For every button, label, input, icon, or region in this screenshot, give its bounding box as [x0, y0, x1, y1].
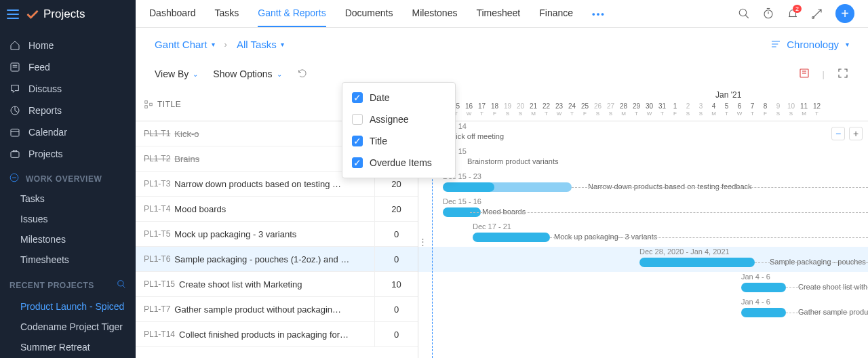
chronology-toggle[interactable]: Chronology ▾	[770, 39, 849, 50]
gantt-row	[418, 322, 868, 347]
sidebar-item-calendar[interactable]: Calendar	[0, 121, 136, 143]
undo-icon[interactable]	[297, 68, 308, 81]
settings-icon[interactable]	[811, 7, 823, 20]
dropdown-option[interactable]: ✓Title	[342, 130, 455, 152]
svg-point-11	[739, 9, 747, 16]
checkbox[interactable]	[352, 114, 363, 125]
tab-dashboard[interactable]: Dashboard	[149, 0, 196, 27]
tab-documents[interactable]: Documents	[345, 0, 393, 27]
bar-date-label: Jan 4 - 6	[741, 273, 770, 281]
gantt-bar[interactable]	[473, 233, 550, 242]
bar-date-label: Dec 15 - 16	[443, 197, 481, 205]
tab-tasks[interactable]: Tasks	[215, 0, 239, 27]
day-column: 17T	[475, 102, 488, 117]
search-icon[interactable]	[738, 7, 750, 20]
add-button[interactable]: +	[835, 4, 854, 23]
task-pct: 0	[374, 247, 418, 271]
table-row[interactable]: PL1-T14Collect finished products in pack…	[136, 322, 418, 347]
tab-gantt[interactable]: Gantt & Reports	[258, 0, 326, 27]
zoom-in-button[interactable]: +	[849, 127, 863, 140]
tab-finance[interactable]: Finance	[539, 0, 573, 27]
sidebar-item-projects[interactable]: Projects	[0, 143, 136, 165]
sidebar-item-feed[interactable]: Feed	[0, 56, 136, 78]
app-logo[interactable]: Projects	[26, 7, 85, 21]
gantt-bar[interactable]	[639, 258, 755, 267]
day-column: 3S	[694, 102, 707, 117]
table-row[interactable]: PL1-T4Mood boards20	[136, 197, 418, 222]
title-column-header[interactable]: TITLE	[136, 100, 374, 109]
fullscreen-icon[interactable]	[837, 67, 849, 81]
logo-icon	[26, 7, 39, 21]
gantt-row: Dec 17 - 21Mock up packaging - 3 variant…	[418, 222, 868, 247]
sub-item-timesheets[interactable]: Timesheets	[0, 250, 136, 270]
hamburger-icon[interactable]	[7, 9, 19, 19]
dependency-line	[786, 313, 868, 313]
day-column: 23W	[553, 102, 566, 117]
day-column: 21M	[527, 102, 540, 117]
svg-rect-24	[145, 100, 148, 103]
gantt-row: Jan 4 - 6Create shoot list with M	[418, 272, 868, 297]
recent-project-0[interactable]: Product Launch - Spiced	[0, 296, 136, 317]
dropdown-option[interactable]: Assignee	[342, 108, 455, 130]
gantt-bar[interactable]	[443, 182, 494, 192]
day-column: 12T	[810, 102, 823, 117]
gantt-bar[interactable]	[741, 283, 786, 292]
crumb-tasks[interactable]: All Tasks▾	[237, 39, 284, 50]
gantt-row: Dec 15 - 16Mood boards	[418, 197, 868, 222]
timer-icon[interactable]	[762, 7, 774, 20]
recent-project-2[interactable]: Summer Retreat	[0, 337, 136, 357]
sidebar-item-reports[interactable]: Reports	[0, 100, 136, 121]
sub-item-issues[interactable]: Issues	[0, 209, 136, 229]
work-overview-header[interactable]: WORK OVERVIEW	[0, 165, 136, 188]
day-column: 11M	[797, 102, 810, 117]
gantt-body[interactable]: Dec 14 - 14✓Kick off meetingDec 14 - 15✓…	[418, 121, 868, 358]
checkbox[interactable]: ✓	[352, 92, 363, 103]
gantt-bar[interactable]	[741, 308, 786, 317]
day-column: 7T	[746, 102, 759, 117]
recent-project-1[interactable]: Codename Project Tiger	[0, 317, 136, 337]
task-title: Brains	[174, 154, 199, 164]
gantt-row: Jan 4 - 6Gather sample produc	[418, 297, 868, 322]
task-id: PL1-T7	[144, 304, 170, 314]
chevron-down-icon: ▾	[846, 41, 849, 48]
table-row[interactable]: PL1-T5Mock up packaging - 3 variants0	[136, 222, 418, 247]
hierarchy-icon	[144, 100, 153, 109]
table-row[interactable]: PL1-T6Sample packaging - pouches (1-2oz.…	[136, 247, 418, 272]
notification-icon[interactable]: 2	[787, 7, 799, 20]
sidebar-item-home[interactable]: Home	[0, 35, 136, 56]
task-id: PL1-T1	[144, 129, 170, 138]
dropdown-option[interactable]: ✓Overdue Items	[342, 152, 455, 174]
export-pdf-icon[interactable]	[798, 67, 810, 81]
app-name: Projects	[43, 7, 85, 21]
gantt-bar-label: Create shoot list with M	[798, 283, 868, 291]
zoom-out-button[interactable]: −	[831, 127, 845, 140]
sidebar-item-discuss[interactable]: Discuss	[0, 78, 136, 100]
sidebar-header: Projects	[0, 0, 136, 28]
recent-projects-header: RECENT PROJECTS	[0, 270, 136, 296]
view-by-toggle[interactable]: View By⌄	[155, 68, 198, 79]
tab-more[interactable]: •••	[592, 9, 606, 19]
search-icon[interactable]	[117, 279, 126, 291]
task-id: PL1-T3	[144, 179, 170, 188]
dropdown-option[interactable]: ✓Date	[342, 87, 455, 108]
day-column: 29T	[630, 102, 643, 117]
sub-item-tasks[interactable]: Tasks	[0, 188, 136, 209]
svg-rect-25	[145, 105, 148, 108]
tab-milestones[interactable]: Milestones	[412, 0, 458, 27]
tab-timesheet[interactable]: Timesheet	[476, 0, 520, 27]
dependency-line	[572, 187, 868, 188]
day-column: 30W	[643, 102, 656, 117]
table-row[interactable]: PL1-T15Create shoot list with Marketing1…	[136, 272, 418, 297]
dependency-line	[755, 262, 868, 263]
gantt-bar-schedule[interactable]	[488, 182, 572, 192]
crumb-chart[interactable]: Gantt Chart▾	[155, 39, 215, 50]
content-area: TITLE % PL1-T1Kick-o100PL1-T2Brains100PL…	[136, 87, 868, 358]
checkbox[interactable]: ✓	[352, 136, 363, 146]
day-column: 2S	[682, 102, 694, 117]
checkbox[interactable]: ✓	[352, 157, 363, 168]
show-options-toggle[interactable]: Show Options⌄	[213, 68, 281, 79]
table-row[interactable]: PL1-T7Gather sample product without pack…	[136, 297, 418, 322]
day-column: 9S	[772, 102, 785, 117]
sub-item-milestones[interactable]: Milestones	[0, 229, 136, 250]
projects-icon	[9, 148, 20, 159]
